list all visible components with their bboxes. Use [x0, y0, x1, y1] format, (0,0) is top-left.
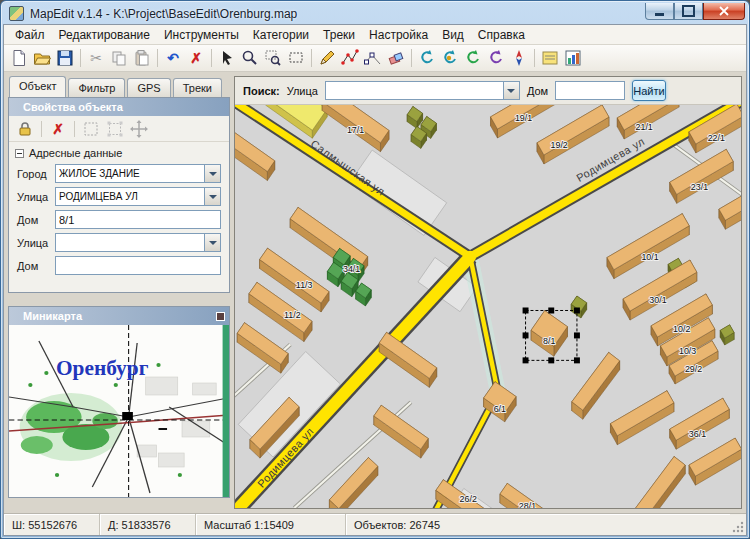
tab-object[interactable]: Объект	[9, 76, 66, 97]
track-route-button[interactable]	[462, 47, 484, 69]
minimap-canvas[interactable]: Оренбург	[9, 325, 229, 497]
find-button[interactable]: Найти	[632, 80, 665, 101]
pencil-button[interactable]	[316, 47, 338, 69]
track-record-button[interactable]	[416, 47, 438, 69]
maximize-button[interactable]	[674, 3, 703, 20]
building-label: 22/1	[708, 133, 725, 143]
chevron-down-icon[interactable]	[204, 234, 220, 251]
tab-filter[interactable]: Фильтр	[68, 78, 125, 97]
open-folder-button[interactable]	[31, 47, 53, 69]
zoom-region-button[interactable]	[262, 47, 284, 69]
minimap-viewport-marker[interactable]	[122, 412, 133, 420]
menu-settings[interactable]: Настройка	[362, 26, 435, 44]
minimap-title: Миникарта	[23, 310, 82, 322]
minimize-button[interactable]	[645, 3, 674, 20]
map-canvas[interactable]: Салмышская улРодимцева улРодимцева ул 17…	[235, 105, 741, 508]
paste-button[interactable]	[131, 47, 153, 69]
building-label: 34/1	[343, 264, 360, 274]
toolbar-separator	[157, 49, 158, 67]
magnifier-button[interactable]	[239, 47, 261, 69]
menu-help[interactable]: Справка	[471, 26, 532, 44]
notes-button[interactable]	[539, 47, 561, 69]
search-street-label: Улица	[287, 85, 318, 97]
status-longitude: Д: 51833576	[100, 514, 196, 535]
tab-gps[interactable]: GPS	[127, 78, 170, 97]
house2-label: Дом	[17, 260, 55, 272]
delete-button[interactable]: ✗	[48, 119, 68, 139]
building-label: 29/2	[685, 364, 702, 374]
building-label: 6/1	[494, 404, 506, 414]
house-input[interactable]	[55, 210, 221, 229]
close-button[interactable]	[703, 3, 745, 20]
menu-tools[interactable]: Инструменты	[157, 26, 246, 44]
field-house: Дом	[17, 210, 221, 229]
select-nodes-button[interactable]	[105, 119, 125, 139]
search-house-label: Дом	[527, 85, 548, 97]
street2-combobox[interactable]	[55, 233, 221, 252]
building-label: 11/2	[284, 310, 301, 320]
menu-view[interactable]: Вид	[435, 26, 471, 44]
tab-tracks[interactable]: Треки	[173, 78, 222, 97]
minimap-city-label: Оренбург	[56, 358, 148, 380]
select-rect-icon	[287, 49, 305, 67]
move-button[interactable]	[129, 119, 149, 139]
chevron-down-icon[interactable]	[204, 188, 220, 205]
select-frame-button[interactable]	[81, 119, 101, 139]
track-record-icon	[418, 49, 436, 67]
lock-button[interactable]	[15, 119, 35, 139]
menu-edit[interactable]: Редактирование	[52, 26, 157, 44]
titlebar[interactable]: MapEdit v.1.4 - K:\Project\BaseEdit\Oren…	[1, 1, 749, 24]
track-path-button[interactable]	[485, 47, 507, 69]
minimap-header: Миникарта	[9, 307, 229, 325]
menu-categories[interactable]: Категории	[246, 26, 316, 44]
toolbar-separator	[211, 49, 212, 67]
cursor-button[interactable]	[216, 47, 238, 69]
search-house-input[interactable]	[555, 81, 625, 100]
minimap-pin-icon[interactable]	[216, 312, 225, 321]
copy-button[interactable]	[108, 47, 130, 69]
building-label: 26/2	[460, 494, 477, 504]
toolbar-separator	[74, 121, 75, 137]
search-street-combobox[interactable]	[325, 81, 520, 100]
polyline-button[interactable]	[339, 47, 361, 69]
resize-grip-icon	[732, 521, 744, 533]
track-marker-button[interactable]	[439, 47, 461, 69]
main-toolbar: ✂↶✗	[4, 45, 746, 72]
cut-button[interactable]: ✂	[85, 47, 107, 69]
menu-tracks[interactable]: Треки	[316, 26, 362, 44]
delete-button[interactable]: ✗	[185, 47, 207, 69]
undo-button[interactable]: ↶	[162, 47, 184, 69]
lock-icon	[16, 120, 34, 138]
collapse-icon[interactable]	[15, 149, 24, 158]
select-rect-button[interactable]	[285, 47, 307, 69]
building-label: 11/3	[296, 280, 313, 290]
properties-header: Свойства объекта	[9, 98, 229, 116]
select-nodes-icon	[106, 120, 124, 138]
chevron-down-icon[interactable]	[204, 165, 220, 182]
new-document-button[interactable]	[8, 47, 30, 69]
chart-button[interactable]	[562, 47, 584, 69]
toolbar-separator	[41, 121, 42, 137]
move-icon	[130, 120, 148, 138]
field-street2: Улица	[17, 233, 221, 252]
street-combobox[interactable]: РОДИМЦЕВА УЛ	[55, 187, 221, 206]
save-button[interactable]	[54, 47, 76, 69]
app-window: MapEdit v.1.4 - K:\Project\BaseEdit\Oren…	[0, 0, 750, 539]
building-label: 17/1	[347, 125, 364, 135]
house2-input[interactable]	[55, 256, 221, 275]
pencil-icon	[318, 49, 336, 67]
menubar: ФайлРедактированиеИнструментыКатегорииТр…	[4, 25, 746, 45]
node-edit-button[interactable]	[362, 47, 384, 69]
address-fields: Город ЖИЛОЕ ЗДАНИЕ Улица РОДИМЦЕВА УЛ	[9, 162, 229, 275]
resize-grip[interactable]	[730, 514, 746, 535]
zoom-region-icon	[264, 49, 282, 67]
compass-button[interactable]	[508, 47, 530, 69]
toolbar-separator	[311, 49, 312, 67]
menu-file[interactable]: Файл	[8, 26, 52, 44]
eraser-button[interactable]	[385, 47, 407, 69]
status-objects: Объектов: 26745	[346, 514, 730, 535]
node-edit-icon	[364, 49, 382, 67]
chart-icon	[564, 49, 582, 67]
city-combobox[interactable]: ЖИЛОЕ ЗДАНИЕ	[55, 164, 221, 183]
chevron-down-icon[interactable]	[503, 82, 519, 99]
